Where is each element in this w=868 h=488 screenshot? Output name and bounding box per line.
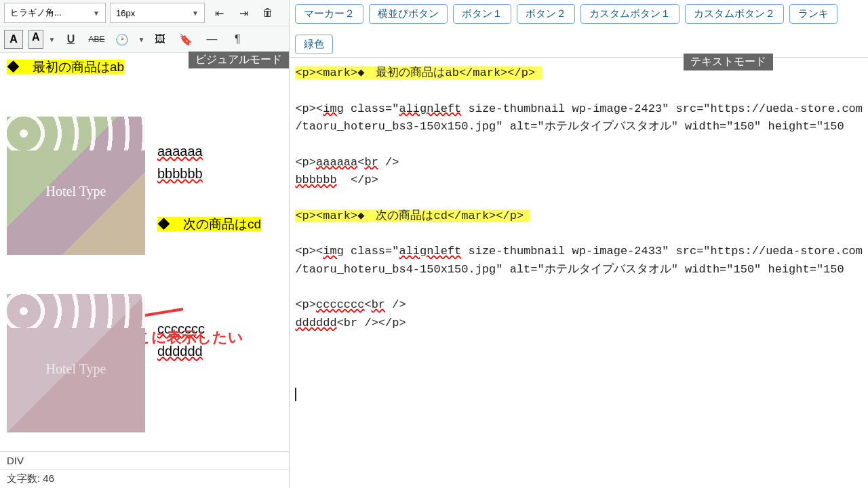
product-thumbnail: Hotel Type [7,117,145,255]
template-icon[interactable]: 🗑 [258,3,278,23]
visual-editor-pane: ヒラギノ角... ▼ 16px ▼ ⇤ ⇥ 🗑 A A ▼ U ABE 🕑 ▼ … [0,0,290,488]
image-icon[interactable]: 🖼 [150,29,170,49]
chevron-down-icon: ▼ [93,9,100,17]
visual-toolbar-row2: A A ▼ U ABE 🕑 ▼ 🖼 🔖 — ¶ ビジュアルモード [0,26,289,53]
font-size-select[interactable]: 16px ▼ [110,3,205,23]
text-cursor [295,388,296,401]
element-path: DIV [0,452,289,469]
text-color-icon[interactable]: A [4,30,23,49]
font-family-value: ヒラギノ角... [10,7,62,19]
product-thumbnail: Hotel Type [7,294,145,432]
indent-icon[interactable]: ⇥ [233,3,254,23]
text-mode-button-row: マーカー２ 横並びボタン ボタン１ ボタン２ カスタムボタン１ カスタムボタン２… [290,0,868,58]
font-family-select[interactable]: ヒラギノ角... ▼ [4,3,106,23]
text-content[interactable]: <p><mark>◆ 最初の商品はab</mark></p> <p><img c… [290,58,868,488]
custom2-button[interactable]: カスタムボタン２ [685,4,784,24]
outdent-icon[interactable]: ⇤ [209,3,229,23]
thumbnail-caption: Hotel Type [7,184,145,199]
text-aaaa: aaaaaa [157,144,261,159]
horizontal-buttons-button[interactable]: 横並びボタン [369,4,448,24]
hr-icon[interactable]: — [201,29,222,49]
chevron-down-icon: ▼ [192,9,199,17]
visual-content[interactable]: ◆ 最初の商品はab Hotel Type aaaaaa bbbbbb ◆ 次の… [0,53,289,451]
text-bbbb: bbbbbb [157,166,261,182]
code-line: <p><mark>◆ 最初の商品はab</mark></p> [295,66,542,79]
button2-button[interactable]: ボタン２ [517,4,575,24]
char-count: 文字数: 46 [0,469,289,488]
underline-icon[interactable]: U [60,29,81,49]
visual-toolbar-row1: ヒラギノ角... ▼ 16px ▼ ⇤ ⇥ 🗑 [0,0,289,26]
font-size-value: 16px [116,8,135,18]
code-line: <p><mark>◆ 次の商品はcd</mark></p> [295,209,530,222]
custom1-button[interactable]: カスタムボタン１ [580,4,679,24]
thumbnail-caption: Hotel Type [7,361,145,377]
chevron-down-icon[interactable]: ▼ [49,36,56,43]
highlight-color-icon[interactable]: A [28,30,43,49]
marker2-button[interactable]: マーカー２ [295,4,363,24]
clock-icon[interactable]: 🕑 [112,29,132,49]
bookmark-icon[interactable]: 🔖 [176,29,196,49]
text-mode-label: テキストモード [684,54,773,70]
strikethrough-icon[interactable]: ABE [86,29,106,49]
button1-button[interactable]: ボタン１ [453,4,511,24]
chevron-down-icon[interactable]: ▼ [138,36,144,43]
green-button[interactable]: 緑色 [295,35,333,54]
pilcrow-icon[interactable]: ¶ [227,29,248,49]
text-editor-pane: マーカー２ 横並びボタン ボタン１ ボタン２ カスタムボタン１ カスタムボタン２… [290,0,868,488]
ranking-button[interactable]: ランキ [789,4,837,24]
visual-footer: DIV 文字数: 46 [0,451,289,488]
next-product-heading: ◆ 次の商品はcd [157,217,261,231]
first-product-heading: ◆ 最初の商品はab [7,60,124,74]
